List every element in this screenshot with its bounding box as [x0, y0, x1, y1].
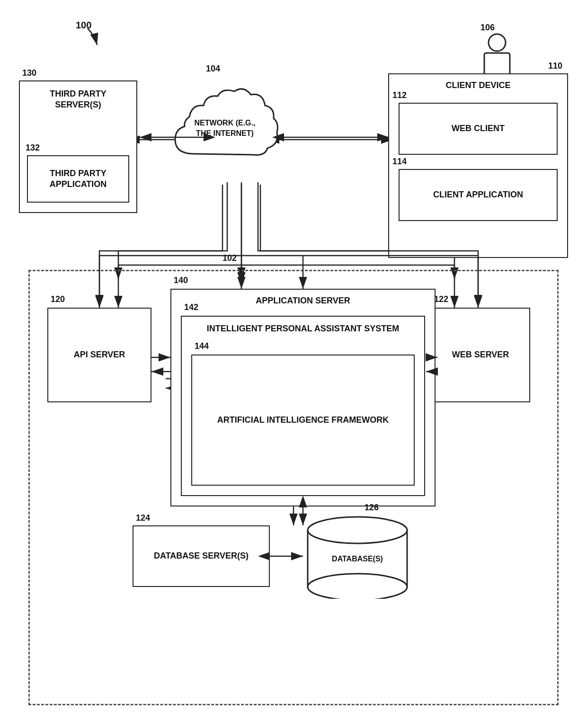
user-icon	[480, 32, 514, 75]
svg-text:NETWORK (E.G.,: NETWORK (E.G.,	[195, 119, 256, 127]
svg-point-24	[308, 574, 407, 599]
app-server-ref: 140	[174, 275, 188, 285]
svg-point-16	[489, 34, 506, 51]
network-ref: 104	[206, 64, 220, 74]
network-cloud: 104 NETWORK (E.G., THE INTERNET)	[166, 78, 284, 182]
db-server-ref: 124	[136, 513, 150, 523]
diagram: 100 106 110 CLIENT DEVICE 112 WEB CLIENT…	[0, 0, 587, 728]
client-device-ref: 110	[548, 61, 562, 71]
svg-point-23	[308, 517, 407, 543]
third-party-app-ref: 132	[26, 143, 40, 153]
api-server-ref: 120	[51, 294, 65, 304]
ai-framework-box: 144 ARTIFICIAL INTELLIGENCE FRAMEWORK	[191, 355, 415, 486]
ai-label: ARTIFICIAL INTELLIGENCE FRAMEWORK	[217, 415, 389, 426]
web-server-label: WEB SERVER	[452, 349, 509, 360]
web-client-box: 112 WEB CLIENT	[399, 103, 558, 155]
db-server-box: 124 DATABASE SERVER(S)	[133, 525, 270, 587]
client-device-box: 110 CLIENT DEVICE 112 WEB CLIENT 114 CLI…	[388, 73, 568, 258]
database-container: 126 DATABASE(S)	[303, 516, 412, 601]
client-device-label: CLIENT DEVICE	[389, 80, 567, 91]
cloud-svg: NETWORK (E.G., THE INTERNET)	[166, 78, 284, 182]
web-server-box: 122 WEB SERVER	[431, 308, 530, 402]
database-svg: DATABASE(S)	[303, 516, 412, 599]
client-app-label: CLIENT APPLICATION	[433, 189, 523, 200]
api-server-label: API SERVER	[74, 349, 125, 360]
svg-rect-17	[484, 53, 510, 75]
api-server-box: 120 API SERVER	[47, 308, 151, 402]
app-server-label: APPLICATION SERVER	[171, 295, 435, 306]
ipa-ref: 142	[184, 302, 198, 312]
third-party-app-box: 132 THIRD PARTY APPLICATION	[27, 155, 129, 203]
ipa-system-box: 142 INTELLIGENT PERSONAL ASSISTANT SYSTE…	[181, 316, 425, 496]
user-ref-label: 106	[480, 23, 495, 33]
web-client-label: WEB CLIENT	[452, 123, 505, 134]
ai-ref: 144	[195, 341, 209, 351]
client-app-box: 114 CLIENT APPLICATION	[399, 169, 558, 221]
svg-text:THE INTERNET): THE INTERNET)	[196, 129, 254, 137]
svg-text:DATABASE(S): DATABASE(S)	[332, 555, 383, 563]
third-party-server-box: 130 THIRD PARTYSERVER(S) 132 THIRD PARTY…	[19, 80, 137, 213]
db-server-label: DATABASE SERVER(S)	[154, 550, 249, 561]
system-ref-label: 102	[222, 253, 237, 263]
third-party-server-ref: 130	[22, 68, 36, 78]
client-app-ref: 114	[392, 157, 407, 167]
app-server-box: 140 APPLICATION SERVER 142 INTELLIGENT P…	[170, 289, 436, 506]
third-party-app-label: THIRD PARTY APPLICATION	[28, 168, 128, 190]
web-server-ref: 122	[434, 294, 448, 304]
web-client-ref: 112	[392, 90, 407, 100]
figure-arrow	[73, 26, 102, 50]
third-party-server-label: THIRD PARTYSERVER(S)	[20, 89, 136, 111]
ipa-label: INTELLIGENT PERSONAL ASSISTANT SYSTEM	[182, 323, 424, 334]
db-ref: 126	[365, 503, 379, 513]
